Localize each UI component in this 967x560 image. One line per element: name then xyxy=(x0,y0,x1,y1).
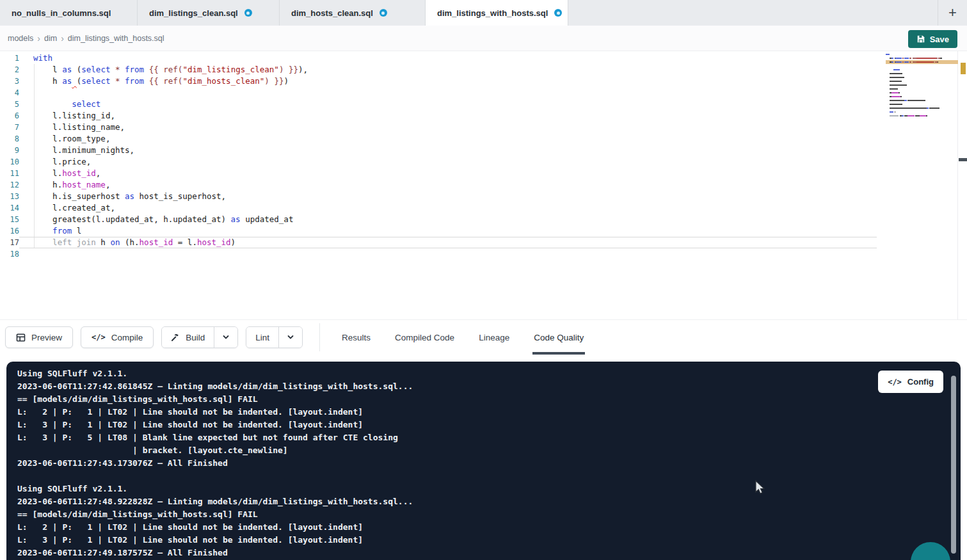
config-button[interactable]: </> Config xyxy=(878,371,943,393)
terminal-line: == [models/dim/dim_listings_with_hosts.s… xyxy=(17,393,961,406)
code-line[interactable]: 15 greatest(l.updated_at, h.updated_at) … xyxy=(0,214,967,225)
code-text: with xyxy=(19,52,52,64)
terminal-output: Using SQLFluff v2.1.1.2023-06-06T11:27:4… xyxy=(6,362,961,559)
line-number: 16 xyxy=(0,225,19,237)
chevron-down-icon xyxy=(222,333,230,341)
minimap[interactable] xyxy=(886,52,958,129)
code-editor[interactable]: 1with2 l as (select * from {{ ref("dim_l… xyxy=(0,51,967,320)
code-line[interactable]: 10 l.price, xyxy=(0,156,967,168)
code-line[interactable]: 1with xyxy=(0,52,967,64)
result-tab-lineage[interactable]: Lineage xyxy=(477,320,511,355)
code-line[interactable]: 9 l.minimum_nights, xyxy=(0,145,967,156)
line-number: 4 xyxy=(0,87,19,99)
code-line[interactable]: 12 h.host_name, xyxy=(0,179,967,191)
tab-label: dim_hosts_clean.sql xyxy=(291,8,373,18)
line-number: 11 xyxy=(0,168,19,179)
unsaved-changes-dot-icon xyxy=(380,9,387,17)
breadcrumb-item[interactable]: dim_listings_with_hosts.sql xyxy=(68,34,164,43)
preview-button[interactable]: Preview xyxy=(5,326,73,348)
line-number: 6 xyxy=(0,110,19,122)
code-line[interactable]: 18 xyxy=(0,248,967,260)
build-options-button[interactable] xyxy=(214,327,237,348)
code-line[interactable]: 2 l as (select * from {{ ref("dim_listin… xyxy=(0,64,967,76)
chevron-down-icon xyxy=(287,333,294,341)
code-line[interactable]: 8 l.room_type, xyxy=(0,133,967,145)
plus-icon: + xyxy=(948,6,957,20)
line-number: 1 xyxy=(0,52,19,64)
result-tabs: ResultsCompiled CodeLineageCode Quality xyxy=(330,320,596,355)
code-line[interactable]: 17 left join h on (h.host_id = l.host_id… xyxy=(0,237,967,248)
action-buttons: Preview </> Compile Build xyxy=(0,320,303,355)
line-number: 15 xyxy=(0,214,19,225)
line-number: 12 xyxy=(0,179,19,191)
new-tab-button[interactable]: + xyxy=(938,0,967,26)
unsaved-changes-dot-icon xyxy=(244,9,252,17)
terminal-line: Using SQLFluff v2.1.1. xyxy=(17,483,961,495)
code-line[interactable]: 16 from l xyxy=(0,225,967,237)
line-number: 5 xyxy=(0,99,19,110)
config-label: Config xyxy=(907,377,934,387)
tab-label: dim_listings_clean.sql xyxy=(149,8,238,18)
tab-label: no_nulls_in_columns.sql xyxy=(12,8,111,18)
code-line[interactable]: 7 l.listing_name, xyxy=(0,122,967,133)
line-number: 3 xyxy=(0,76,19,87)
tab-dim_listings_with_hosts.sql[interactable]: dim_listings_with_hosts.sql xyxy=(426,0,568,26)
terminal-line: L: 3 | P: 5 | LT08 | Blank line expected… xyxy=(17,431,961,444)
lint-split-button: Lint xyxy=(246,326,303,348)
file-header-bar: models›dim›dim_listings_with_hosts.sql S… xyxy=(0,26,967,51)
code-text xyxy=(19,248,33,260)
line-number: 10 xyxy=(0,156,19,168)
tab-no_nulls_in_columns.sql[interactable]: no_nulls_in_columns.sql xyxy=(0,0,138,26)
lint-button[interactable]: Lint xyxy=(246,327,278,348)
code-text: l.listing_name, xyxy=(19,122,125,133)
save-label: Save xyxy=(930,35,949,44)
lint-options-button[interactable] xyxy=(278,327,302,348)
preview-label: Preview xyxy=(31,333,62,342)
code-text: l.minimum_nights, xyxy=(19,145,134,156)
line-number: 2 xyxy=(0,64,19,76)
code-brackets-icon: </> xyxy=(92,333,106,342)
result-tab-code-quality[interactable]: Code Quality xyxy=(532,320,585,355)
breadcrumb-item[interactable]: dim xyxy=(44,34,57,43)
preview-table-icon xyxy=(16,333,26,342)
terminal-line: L: 2 | P: 1 | LT02 | Line should not be … xyxy=(17,521,961,534)
lint-label: Lint xyxy=(255,333,269,342)
build-button[interactable]: Build xyxy=(162,327,214,348)
code-text: h as (select * from {{ ref("dim_hosts_cl… xyxy=(19,76,289,87)
result-tab-compiled-code[interactable]: Compiled Code xyxy=(394,320,456,355)
result-tab-results[interactable]: Results xyxy=(340,320,372,355)
breadcrumb-item[interactable]: models xyxy=(8,34,33,43)
hammer-icon xyxy=(171,333,180,342)
toolbar-divider xyxy=(319,323,320,351)
line-number: 8 xyxy=(0,133,19,145)
code-line[interactable]: 11 l.host_id, xyxy=(0,168,967,179)
code-text: left join h on (h.host_id = l.host_id) xyxy=(19,237,877,248)
code-text: l.host_id, xyxy=(19,168,100,179)
terminal-line: L: 3 | P: 1 | LT02 | Line should not be … xyxy=(17,419,961,431)
compile-button[interactable]: </> Compile xyxy=(81,326,154,348)
code-text xyxy=(19,87,33,99)
terminal-line: == [models/dim/dim_listings_with_hosts.s… xyxy=(17,508,961,521)
code-text: l.price, xyxy=(19,156,91,168)
code-line[interactable]: 6 l.listing_id, xyxy=(0,110,967,122)
code-line[interactable]: 13 h.is_superhost as host_is_superhost, xyxy=(0,191,967,202)
terminal-line: | bracket. [layout.cte_newline] xyxy=(17,444,961,457)
code-line[interactable]: 3 h as (select * from {{ ref("dim_hosts_… xyxy=(0,76,967,87)
code-text: l.room_type, xyxy=(19,133,110,145)
chevron-right-icon: › xyxy=(37,33,40,44)
tab-dim_listings_clean.sql[interactable]: dim_listings_clean.sql xyxy=(138,0,280,26)
editor-tab-bar: no_nulls_in_columns.sqldim_listings_clea… xyxy=(0,0,967,26)
lint-squiggle xyxy=(72,76,77,86)
code-line[interactable]: 14 l.created_at, xyxy=(0,202,967,214)
save-button[interactable]: Save xyxy=(908,30,957,48)
build-label: Build xyxy=(186,333,205,342)
tab-strip: no_nulls_in_columns.sqldim_listings_clea… xyxy=(0,0,568,26)
breadcrumb: models›dim›dim_listings_with_hosts.sql xyxy=(8,33,164,44)
tab-dim_hosts_clean.sql[interactable]: dim_hosts_clean.sql xyxy=(280,0,426,26)
compile-label: Compile xyxy=(111,333,143,342)
terminal-line xyxy=(17,470,961,483)
code-line[interactable]: 4 xyxy=(0,87,967,99)
terminal-scrollbar[interactable] xyxy=(951,376,956,554)
code-text: l.created_at, xyxy=(19,202,115,214)
code-line[interactable]: 5 select xyxy=(0,99,967,110)
